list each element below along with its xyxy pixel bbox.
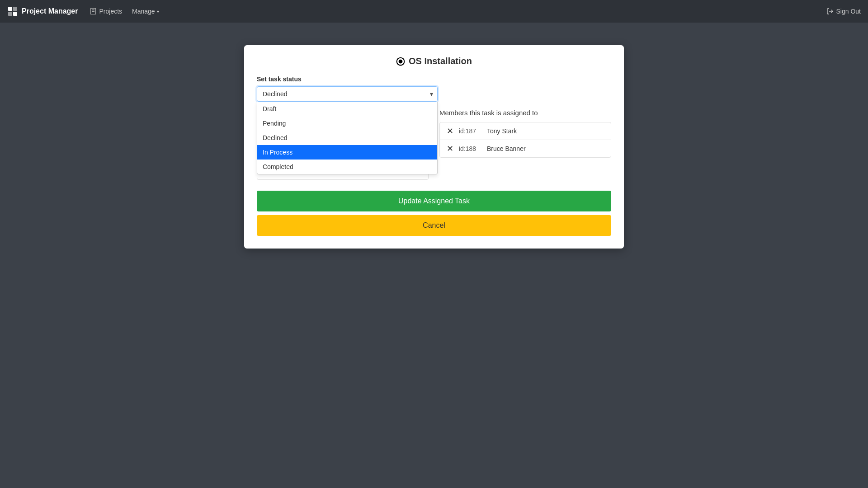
assigned-members-col: Members this task is assigned to ✕ id:18… bbox=[439, 109, 611, 180]
status-dropdown: Draft Pending Declined In Process Comple… bbox=[257, 102, 438, 174]
assigned-members-label: Members this task is assigned to bbox=[439, 109, 611, 117]
status-option-declined[interactable]: Declined bbox=[257, 131, 437, 145]
brand-title: Project Manager bbox=[22, 7, 78, 15]
svg-rect-1 bbox=[13, 7, 17, 11]
assigned-member-row-188: ✕ id:188 Bruce Banner bbox=[440, 140, 611, 157]
status-option-in-process[interactable]: In Process bbox=[257, 145, 437, 160]
sign-out-icon bbox=[826, 8, 834, 15]
svg-rect-0 bbox=[8, 7, 12, 11]
navbar-right: Sign Out bbox=[826, 8, 861, 15]
status-section: Set task status Draft Pending Declined I… bbox=[257, 75, 611, 102]
navbar: Project Manager Projects Manage ▾ Sign O… bbox=[0, 0, 868, 23]
modal-title-row: OS Installation bbox=[257, 56, 611, 66]
svg-rect-3 bbox=[13, 12, 17, 16]
remove-member-187-button[interactable]: ✕ bbox=[446, 127, 453, 135]
status-option-completed[interactable]: Completed bbox=[257, 160, 437, 174]
nav-projects[interactable]: Projects bbox=[87, 6, 126, 17]
status-option-pending[interactable]: Pending bbox=[257, 116, 437, 131]
status-select[interactable]: Draft Pending Declined In Process Comple… bbox=[257, 86, 438, 102]
modal-title: OS Installation bbox=[409, 56, 472, 66]
remove-member-188-button[interactable]: ✕ bbox=[446, 145, 453, 153]
sign-out-button[interactable]: Sign Out bbox=[826, 8, 861, 15]
cancel-button[interactable]: Cancel bbox=[257, 215, 611, 236]
status-option-draft[interactable]: Draft bbox=[257, 102, 437, 116]
nav-manage[interactable]: Manage ▾ bbox=[128, 6, 163, 17]
nav-links: Projects Manage ▾ bbox=[87, 6, 162, 17]
svg-rect-2 bbox=[8, 12, 12, 16]
svg-point-6 bbox=[399, 60, 402, 63]
update-task-button[interactable]: Update Assigned Task bbox=[257, 191, 611, 211]
status-select-wrapper: Draft Pending Declined In Process Comple… bbox=[257, 86, 438, 102]
task-modal: OS Installation Set task status Draft Pe… bbox=[244, 45, 624, 249]
assigned-member-row-187: ✕ id:187 Tony Stark bbox=[440, 122, 611, 140]
manage-chevron-icon: ▾ bbox=[157, 9, 159, 14]
brand-icon bbox=[7, 6, 18, 17]
brand: Project Manager bbox=[7, 6, 78, 17]
pages-icon bbox=[90, 8, 96, 14]
task-circle-icon bbox=[396, 57, 405, 66]
main-content: OS Installation Set task status Draft Pe… bbox=[0, 23, 868, 249]
assigned-members-list: ✕ id:187 Tony Stark ✕ id:188 Bruce Banne… bbox=[439, 122, 611, 158]
set-status-label: Set task status bbox=[257, 75, 611, 83]
